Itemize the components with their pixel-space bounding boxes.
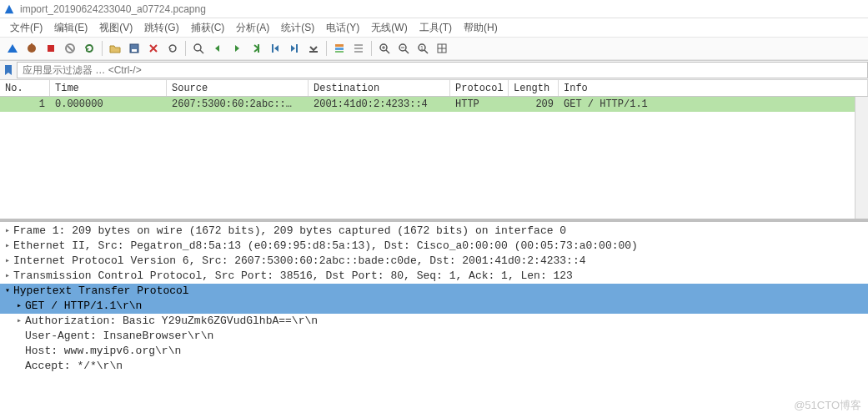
separator <box>326 41 327 56</box>
capture-options-icon[interactable] <box>23 39 41 58</box>
colorize-icon[interactable] <box>330 39 349 58</box>
title-bar: import_20190624233040_a07724.pcapng <box>0 0 868 18</box>
go-forward-icon[interactable] <box>228 39 246 58</box>
chevron-right-icon[interactable]: ▸ <box>13 314 25 329</box>
detail-text: User-Agent: InsaneBrowser\r\n <box>25 329 866 344</box>
zoom-reset-icon[interactable]: 1 <box>414 39 432 58</box>
go-to-packet-icon[interactable] <box>247 39 265 58</box>
separator <box>102 41 103 56</box>
svg-rect-14 <box>335 51 344 53</box>
svg-rect-12 <box>335 44 344 47</box>
packet-details-pane[interactable]: ▸Frame 1: 209 bytes on wire (1672 bits),… <box>0 222 868 397</box>
svg-line-7 <box>200 50 203 53</box>
stop-capture-icon[interactable] <box>61 39 79 58</box>
detail-row[interactable]: ▸Ethernet II, Src: Pegatron_d8:5a:13 (e0… <box>0 239 868 254</box>
menu-item[interactable]: 无线(W) <box>366 19 412 37</box>
scrollbar[interactable] <box>855 97 868 219</box>
chevron-down-icon[interactable]: ▾ <box>2 284 13 299</box>
detail-text: Authorization: Basic Y29uZmk6ZGVudGlhbA=… <box>25 314 866 329</box>
menu-item[interactable]: 统计(S) <box>276 19 319 37</box>
chevron-right-icon[interactable]: ▸ <box>13 299 25 314</box>
svg-rect-5 <box>132 49 137 52</box>
detail-row[interactable]: ▸Internet Protocol Version 6, Src: 2607:… <box>0 254 868 269</box>
menu-item[interactable]: 跳转(G) <box>139 19 183 37</box>
detail-row[interactable]: ▸Frame 1: 209 bytes on wire (1672 bits),… <box>0 224 868 239</box>
chevron-right-icon[interactable]: ▸ <box>2 239 13 254</box>
detail-text: GET / HTTP/1.1\r\n <box>25 299 866 314</box>
col-dest[interactable]: Destination <box>309 80 450 96</box>
app-logo-icon <box>3 3 15 15</box>
detail-text: Internet Protocol Version 6, Src: 2607:5… <box>13 254 866 269</box>
chevron-right-icon[interactable]: ▸ <box>2 254 13 269</box>
zoom-out-icon[interactable] <box>394 39 413 58</box>
separator <box>185 41 186 56</box>
menu-item[interactable]: 捕获(C) <box>186 19 230 37</box>
go-last-icon[interactable] <box>285 39 304 58</box>
display-filter-input[interactable] <box>17 62 868 78</box>
detail-text: Host: www.myipv6.org\r\n <box>25 344 866 359</box>
col-length[interactable]: Length <box>509 80 559 96</box>
window-title: import_20190624233040_a07724.pcapng <box>20 3 206 15</box>
detail-row[interactable]: Accept: */*\r\n <box>0 359 868 374</box>
detail-row[interactable]: ▸GET / HTTP/1.1\r\n <box>0 299 868 314</box>
packet-list-header[interactable]: No. Time Source Destination Protocol Len… <box>0 80 868 97</box>
detail-text: Frame 1: 209 bytes on wire (1672 bits), … <box>13 224 866 239</box>
col-no[interactable]: No. <box>0 80 50 96</box>
toolbar: 1 <box>0 37 868 60</box>
open-file-icon[interactable] <box>106 39 124 58</box>
packet-list-pane: No. Time Source Destination Protocol Len… <box>0 80 868 222</box>
svg-text:1: 1 <box>420 45 424 51</box>
detail-row[interactable]: Host: www.myipv6.org\r\n <box>0 344 868 359</box>
detail-text: Accept: */*\r\n <box>25 359 866 374</box>
packet-list-body[interactable]: 10.0000002607:5300:60:2abc::…2001:41d0:2… <box>0 97 868 219</box>
menu-item[interactable]: 文件(F) <box>5 19 48 37</box>
bookmark-icon[interactable] <box>0 64 17 76</box>
packet-row[interactable]: 10.0000002607:5300:60:2abc::…2001:41d0:2… <box>0 97 868 112</box>
svg-line-19 <box>386 50 389 53</box>
detail-text: Hypertext Transfer Protocol <box>13 284 866 299</box>
menu-item[interactable]: 视图(V) <box>94 19 138 37</box>
col-time[interactable]: Time <box>50 80 167 96</box>
menu-item[interactable]: 编辑(E) <box>49 19 93 37</box>
col-info[interactable]: Info <box>559 80 868 96</box>
resize-columns-icon[interactable] <box>349 39 368 58</box>
col-protocol[interactable]: Protocol <box>450 80 509 96</box>
svg-rect-1 <box>31 43 33 46</box>
svg-rect-13 <box>335 48 344 50</box>
svg-line-26 <box>424 50 428 53</box>
col-source[interactable]: Source <box>167 80 309 96</box>
menu-item[interactable]: 电话(Y) <box>321 19 364 37</box>
chevron-right-icon[interactable]: ▸ <box>2 269 13 284</box>
find-icon[interactable] <box>189 39 208 58</box>
menu-item[interactable]: 分析(A) <box>231 19 274 37</box>
menu-bar: 文件(F)编辑(E)视图(V)跳转(G)捕获(C)分析(A)统计(S)电话(Y)… <box>0 18 868 37</box>
svg-point-6 <box>194 44 201 51</box>
menu-item[interactable]: 帮助(H) <box>459 19 503 37</box>
zoom-in-icon[interactable] <box>375 39 394 58</box>
close-file-icon[interactable] <box>144 39 163 58</box>
auto-scroll-icon[interactable] <box>304 39 323 58</box>
reload-icon[interactable] <box>163 39 182 58</box>
chevron-right-icon[interactable]: ▸ <box>2 224 13 239</box>
detail-text: Ethernet II, Src: Pegatron_d8:5a:13 (e0:… <box>13 239 866 254</box>
detail-row[interactable]: ▸Authorization: Basic Y29uZmk6ZGVudGlhbA… <box>0 314 868 329</box>
resize-all-icon[interactable] <box>433 39 451 58</box>
go-first-icon[interactable] <box>266 39 284 58</box>
separator <box>371 41 372 56</box>
menu-item[interactable]: 工具(T) <box>414 19 457 37</box>
go-back-icon[interactable] <box>208 39 227 58</box>
detail-row[interactable]: ▾Hypertext Transfer Protocol <box>0 284 868 299</box>
svg-line-23 <box>405 50 409 53</box>
detail-row[interactable]: User-Agent: InsaneBrowser\r\n <box>0 329 868 344</box>
interfaces-icon[interactable] <box>3 39 22 58</box>
start-capture-icon[interactable] <box>42 39 60 58</box>
watermark: @51CTO博客 <box>794 398 861 413</box>
save-file-icon[interactable] <box>125 39 143 58</box>
detail-row[interactable]: ▸Transmission Control Protocol, Src Port… <box>0 269 868 284</box>
restart-capture-icon[interactable] <box>80 39 98 58</box>
svg-rect-2 <box>48 45 54 52</box>
filter-bar <box>0 60 868 80</box>
detail-text: Transmission Control Protocol, Src Port:… <box>13 269 866 284</box>
